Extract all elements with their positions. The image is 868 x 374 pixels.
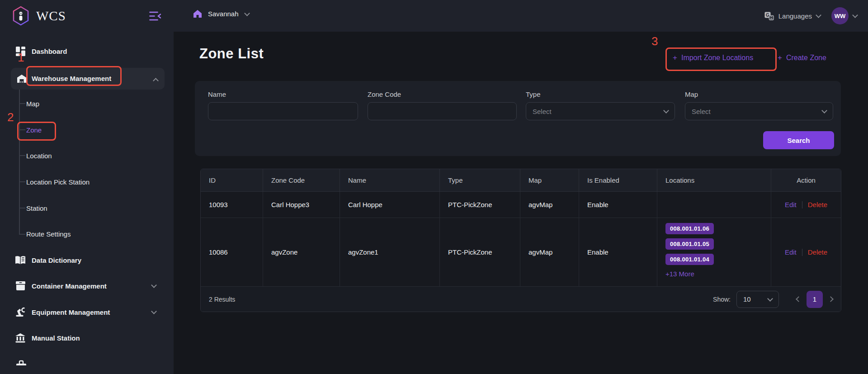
chevron-down-icon bbox=[663, 108, 669, 114]
cell-locations: 008.001.01.06 008.001.01.05 008.001.01.0… bbox=[657, 218, 771, 286]
page-number-button[interactable]: 1 bbox=[807, 291, 823, 308]
name-filter-input[interactable] bbox=[208, 102, 358, 120]
type-filter-select[interactable]: Select bbox=[526, 102, 675, 120]
search-button[interactable]: Search bbox=[763, 131, 834, 149]
map-filter-select[interactable]: Select bbox=[685, 102, 833, 120]
type-filter-label: Type bbox=[526, 90, 675, 98]
tree-tick bbox=[19, 181, 25, 182]
pagination: Show: 10 1 bbox=[713, 291, 833, 308]
sidebar-item-label: Manual Station bbox=[32, 334, 80, 342]
table-row: 10093 Carl Hoppe3 Carl Hoppe PTC-PickZon… bbox=[201, 192, 841, 218]
map-filter-label: Map bbox=[685, 90, 833, 98]
annotation-digit-3: 3 bbox=[651, 34, 658, 48]
action-divider bbox=[802, 201, 802, 208]
results-count: 2 Results bbox=[209, 296, 235, 303]
cell-map: agvMap bbox=[520, 192, 579, 218]
sidebar-item-label: Warehouse Management bbox=[32, 75, 111, 82]
menu-fold-icon bbox=[149, 11, 161, 21]
delete-link[interactable]: Delete bbox=[808, 248, 827, 256]
location-tag: 008.001.01.04 bbox=[665, 254, 714, 265]
app-logo[interactable]: WCS bbox=[12, 6, 66, 26]
next-page-button[interactable] bbox=[828, 296, 834, 302]
cell-is-enabled: Enable bbox=[579, 192, 657, 218]
top-bar: Savannah G Languages WW bbox=[0, 0, 868, 32]
sidebar-item-zone[interactable]: Zone bbox=[26, 123, 42, 136]
sidebar-item-label: Container Management bbox=[32, 282, 107, 290]
chevron-up-icon bbox=[153, 78, 159, 84]
site-name: Savannah bbox=[208, 10, 239, 18]
topbar-right: G Languages WW bbox=[764, 0, 857, 32]
user-avatar[interactable]: WW bbox=[831, 7, 849, 24]
name-filter-label: Name bbox=[208, 90, 358, 98]
cell-type: PTC-PickZone bbox=[440, 192, 520, 218]
chevron-down-icon bbox=[816, 12, 821, 18]
cell-is-enabled: Enable bbox=[579, 218, 657, 286]
table-footer: 2 Results Show: 10 1 bbox=[201, 287, 841, 312]
sidebar-item-container-management[interactable]: Container Management bbox=[0, 279, 174, 292]
cell-id: 10093 bbox=[201, 192, 263, 218]
sidebar-item-label: Dashboard bbox=[32, 47, 67, 55]
plus-icon: + bbox=[778, 53, 782, 62]
chevron-down-icon[interactable] bbox=[852, 12, 858, 18]
previous-page-button[interactable] bbox=[796, 296, 802, 302]
sidebar-collapse-button[interactable] bbox=[149, 11, 161, 23]
zone-code-filter-label: Zone Code bbox=[368, 90, 517, 98]
import-zone-locations-label: Import Zone Locations bbox=[681, 54, 753, 62]
create-zone-label: Create Zone bbox=[786, 54, 826, 62]
page-title: Zone List bbox=[199, 46, 264, 62]
edit-link[interactable]: Edit bbox=[785, 248, 797, 256]
edit-link[interactable]: Edit bbox=[785, 201, 797, 208]
sidebar-item-equipment-management[interactable]: Equipment Management bbox=[0, 306, 174, 318]
more-locations-link[interactable]: +13 More bbox=[665, 270, 694, 278]
column-header-id: ID bbox=[201, 169, 263, 191]
cell-locations bbox=[657, 192, 771, 218]
brand-name: WCS bbox=[36, 9, 66, 24]
cell-map: agvMap bbox=[520, 218, 579, 286]
languages-menu[interactable]: Languages bbox=[778, 12, 812, 20]
delete-link[interactable]: Delete bbox=[808, 201, 827, 208]
sidebar-item-station[interactable]: Station bbox=[26, 202, 47, 214]
cell-name: agvZone1 bbox=[340, 218, 440, 286]
cell-name: Carl Hoppe bbox=[340, 192, 440, 218]
sidebar-item-data-dictionary[interactable]: Data Dictionary bbox=[0, 254, 174, 266]
sidebar-item-route-settings[interactable]: Route Settings bbox=[26, 227, 71, 240]
cell-action: Edit Delete bbox=[771, 218, 841, 286]
create-zone-button[interactable]: + Create Zone bbox=[778, 53, 826, 62]
wcs-app: Savannah G Languages WW bbox=[0, 0, 868, 374]
bank-icon bbox=[14, 332, 26, 343]
column-header-is-enabled: Is Enabled bbox=[579, 169, 657, 191]
chevron-down-icon bbox=[767, 296, 773, 302]
tree-tick bbox=[19, 155, 25, 156]
show-label: Show: bbox=[713, 296, 731, 303]
sidebar-item-location[interactable]: Location bbox=[26, 149, 52, 162]
import-zone-locations-button[interactable]: + Import Zone Locations bbox=[673, 53, 753, 62]
table-row: 10086 agvZone agvZone1 PTC-PickZone agvM… bbox=[201, 218, 841, 287]
page-size-select[interactable]: 10 bbox=[736, 291, 779, 308]
action-divider bbox=[802, 249, 802, 256]
sidebar: Dashboard Warehouse Management Map bbox=[0, 32, 174, 374]
column-header-action: Action bbox=[771, 169, 841, 191]
tree-tick bbox=[19, 234, 25, 235]
plus-icon: + bbox=[673, 53, 677, 62]
sidebar-item-manual-station[interactable]: Manual Station bbox=[0, 331, 174, 344]
toolbox-icon-partial bbox=[16, 360, 26, 365]
site-selector[interactable]: Savannah bbox=[193, 10, 249, 18]
submenu-tree-line bbox=[19, 90, 20, 234]
chevron-down-icon bbox=[151, 308, 157, 314]
sidebar-item-dashboard[interactable]: Dashboard bbox=[0, 45, 174, 57]
zone-code-filter-input[interactable] bbox=[368, 102, 517, 120]
wcs-logo-icon bbox=[12, 6, 30, 26]
sidebar-item-warehouse-management[interactable]: Warehouse Management bbox=[11, 68, 165, 90]
cell-zone-code: agvZone bbox=[263, 218, 340, 286]
column-header-name: Name bbox=[340, 169, 440, 191]
filter-panel: Name Zone Code Type Select Map Select Se… bbox=[195, 81, 841, 156]
sidebar-item-map[interactable]: Map bbox=[26, 97, 39, 110]
warehouse-icon bbox=[16, 73, 28, 84]
cell-zone-code: Carl Hoppe3 bbox=[263, 192, 340, 218]
robot-arm-icon bbox=[14, 307, 26, 317]
cell-action: Edit Delete bbox=[771, 192, 841, 218]
location-tag: 008.001.01.06 bbox=[665, 223, 714, 234]
chevron-down-icon bbox=[244, 10, 250, 16]
sidebar-item-location-pick-station[interactable]: Location Pick Station bbox=[26, 175, 90, 188]
tree-tick bbox=[19, 103, 25, 104]
